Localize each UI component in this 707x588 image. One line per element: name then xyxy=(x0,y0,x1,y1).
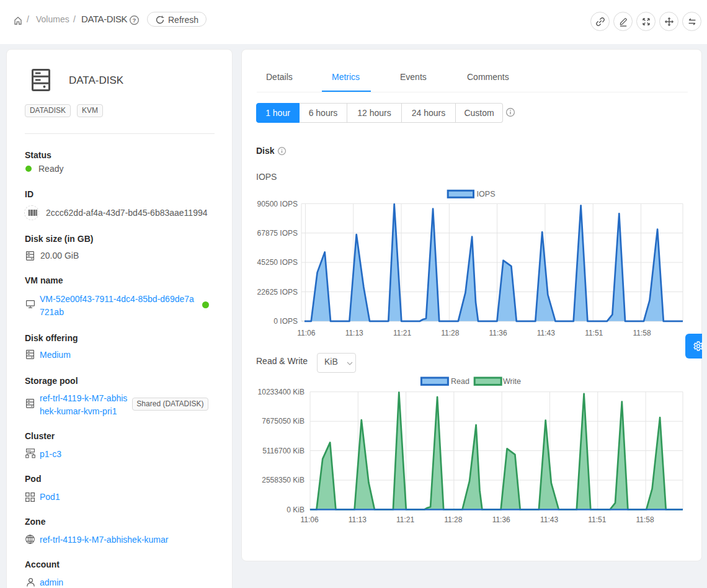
svg-text:11:21: 11:21 xyxy=(393,329,411,337)
svg-text:0 IOPS: 0 IOPS xyxy=(273,317,298,326)
svg-text:7675050 KiB: 7675050 KiB xyxy=(262,417,305,425)
svg-text:11:51: 11:51 xyxy=(588,515,606,524)
svg-text:2558350 KiB: 2558350 KiB xyxy=(262,476,305,484)
svg-text:11:13: 11:13 xyxy=(345,329,363,337)
svg-text:11:28: 11:28 xyxy=(444,515,462,524)
svg-text:11:21: 11:21 xyxy=(396,515,414,524)
svg-text:11:36: 11:36 xyxy=(492,515,510,524)
svg-text:11:51: 11:51 xyxy=(585,329,603,337)
svg-text:11:43: 11:43 xyxy=(537,329,555,337)
svg-text:0 KiB: 0 KiB xyxy=(287,506,305,514)
svg-text:11:13: 11:13 xyxy=(349,515,367,524)
svg-text:45250 IOPS: 45250 IOPS xyxy=(257,258,298,267)
svg-text:67875 IOPS: 67875 IOPS xyxy=(257,229,298,238)
svg-text:11:58: 11:58 xyxy=(636,515,654,524)
svg-text:11:43: 11:43 xyxy=(540,515,558,524)
svg-text:Read: Read xyxy=(451,377,469,386)
svg-text:10233400 KiB: 10233400 KiB xyxy=(258,388,305,396)
svg-text:11:58: 11:58 xyxy=(633,329,651,337)
svg-text:90500 IOPS: 90500 IOPS xyxy=(257,200,298,208)
svg-text:11:36: 11:36 xyxy=(489,329,507,337)
svg-text:11:28: 11:28 xyxy=(441,329,459,337)
svg-text:11:06: 11:06 xyxy=(300,515,318,524)
svg-text:5116700 KiB: 5116700 KiB xyxy=(262,447,305,455)
svg-text:?: ? xyxy=(133,17,136,24)
svg-text:IOPS: IOPS xyxy=(477,190,496,198)
svg-text:Write: Write xyxy=(503,377,521,386)
svg-text:11:06: 11:06 xyxy=(297,329,315,337)
svg-text:22625 IOPS: 22625 IOPS xyxy=(257,288,298,296)
